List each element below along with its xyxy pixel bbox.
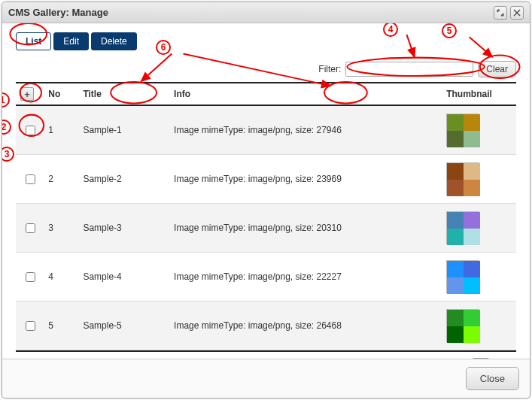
cell-thumbnail [442, 204, 516, 253]
row-checkbox[interactable] [26, 126, 35, 135]
cell-title: Sample-1 [78, 105, 169, 155]
svg-rect-5 [464, 163, 480, 180]
cell-thumbnail [442, 105, 516, 155]
dialog-window: CMS Gallery: Manage List Edit Delete Fil… [2, 2, 530, 398]
row-checkbox[interactable] [26, 174, 35, 184]
thumbnail-icon[interactable] [446, 211, 479, 244]
pager-page-1[interactable]: 1 [472, 358, 491, 359]
cell-no: 2 [44, 155, 78, 204]
column-header-thumbnail[interactable]: Thumbnail [442, 83, 516, 105]
cell-info: Image mimeType: image/png, size: 23969 [169, 155, 442, 204]
svg-rect-18 [447, 326, 464, 343]
cell-title: Sample-3 [78, 204, 169, 253]
cell-info: Image mimeType: image/png, size: 26468 [169, 302, 442, 350]
svg-rect-15 [464, 277, 480, 294]
svg-rect-2 [447, 131, 464, 147]
svg-rect-1 [464, 114, 480, 131]
filter-input[interactable] [345, 62, 473, 77]
svg-rect-9 [464, 212, 480, 229]
close-button[interactable]: Close [466, 367, 519, 390]
table-row: 4Sample-4Image mimeType: image/png, size… [16, 253, 516, 302]
cell-info: Image mimeType: image/png, size: 27946 [169, 105, 442, 155]
row-checkbox[interactable] [26, 272, 35, 282]
cell-thumbnail [442, 302, 516, 350]
tab-edit[interactable]: Edit [53, 32, 89, 50]
table-row: 1Sample-1Image mimeType: image/png, size… [16, 105, 516, 155]
cell-no: 5 [44, 302, 78, 350]
clear-button[interactable]: Clear [478, 61, 516, 77]
svg-rect-4 [447, 163, 464, 180]
annotation-2: 2 [2, 120, 11, 135]
column-header-info[interactable]: Info [169, 83, 442, 105]
svg-rect-12 [447, 261, 464, 277]
cell-info: Image mimeType: image/png, size: 20310 [169, 204, 442, 253]
tab-bar: List Edit Delete [16, 32, 516, 50]
svg-rect-16 [447, 310, 464, 326]
svg-rect-14 [447, 277, 464, 294]
svg-rect-10 [447, 229, 464, 245]
thumbnail-icon[interactable] [446, 114, 479, 147]
row-checkbox[interactable] [26, 321, 35, 331]
column-header-no[interactable]: No [44, 83, 78, 105]
cell-no: 1 [44, 105, 78, 155]
svg-rect-13 [464, 261, 480, 277]
annotation-1: 1 [2, 92, 10, 108]
tab-delete[interactable]: Delete [91, 32, 137, 50]
cell-no: 3 [44, 204, 78, 253]
thumbnail-icon[interactable] [446, 309, 479, 342]
add-row-button[interactable]: + [20, 87, 34, 101]
maximize-icon[interactable] [494, 6, 507, 20]
dialog-title: CMS Gallery: Manage [8, 7, 491, 18]
cell-title: Sample-2 [78, 155, 169, 204]
annotation-3: 3 [2, 147, 14, 162]
cell-info: Image mimeType: image/png, size: 22227 [169, 253, 442, 302]
cell-title: Sample-4 [78, 253, 169, 302]
cell-title: Sample-5 [78, 302, 169, 350]
svg-rect-11 [464, 229, 480, 245]
svg-rect-19 [464, 326, 480, 343]
cell-no: 4 [44, 253, 78, 302]
svg-rect-0 [447, 114, 464, 131]
close-icon[interactable] [510, 6, 524, 20]
filter-row: Filter: Clear [16, 61, 516, 77]
cell-thumbnail [442, 155, 516, 204]
dialog-footer: Close [2, 359, 530, 398]
filter-label: Filter: [318, 64, 341, 74]
data-grid: + No Title Info Thumbnail 1Sample-1Image… [16, 82, 516, 350]
table-row: 5Sample-5Image mimeType: image/png, size… [16, 302, 516, 350]
column-header-title[interactable]: Title [78, 83, 169, 105]
cell-thumbnail [442, 253, 516, 302]
pager: 1 / 5 of 5 Prev 1 Next [16, 350, 516, 359]
thumbnail-icon[interactable] [446, 162, 479, 195]
row-checkbox[interactable] [26, 223, 35, 233]
grid-body: 1Sample-1Image mimeType: image/png, size… [16, 105, 516, 350]
tab-list[interactable]: List [16, 32, 51, 50]
svg-rect-17 [464, 310, 480, 326]
svg-rect-8 [447, 212, 464, 229]
dialog-body: List Edit Delete Filter: Clear + No Titl… [2, 23, 530, 359]
thumbnail-icon[interactable] [446, 260, 479, 293]
table-row: 2Sample-2Image mimeType: image/png, size… [16, 155, 516, 204]
svg-rect-6 [447, 180, 464, 196]
svg-rect-3 [464, 131, 480, 147]
table-row: 3Sample-3Image mimeType: image/png, size… [16, 204, 516, 253]
svg-rect-7 [464, 180, 480, 196]
dialog-header: CMS Gallery: Manage [2, 2, 530, 23]
